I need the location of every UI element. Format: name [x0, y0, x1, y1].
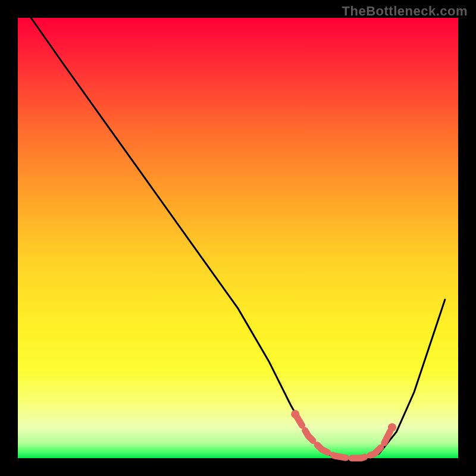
gradient-background — [18, 18, 458, 458]
watermark-text: TheBottleneck.com — [342, 4, 468, 19]
optimal-zone-endpoint — [291, 410, 299, 418]
bottleneck-chart — [0, 0, 476, 476]
optimal-zone-endpoint — [388, 423, 396, 431]
